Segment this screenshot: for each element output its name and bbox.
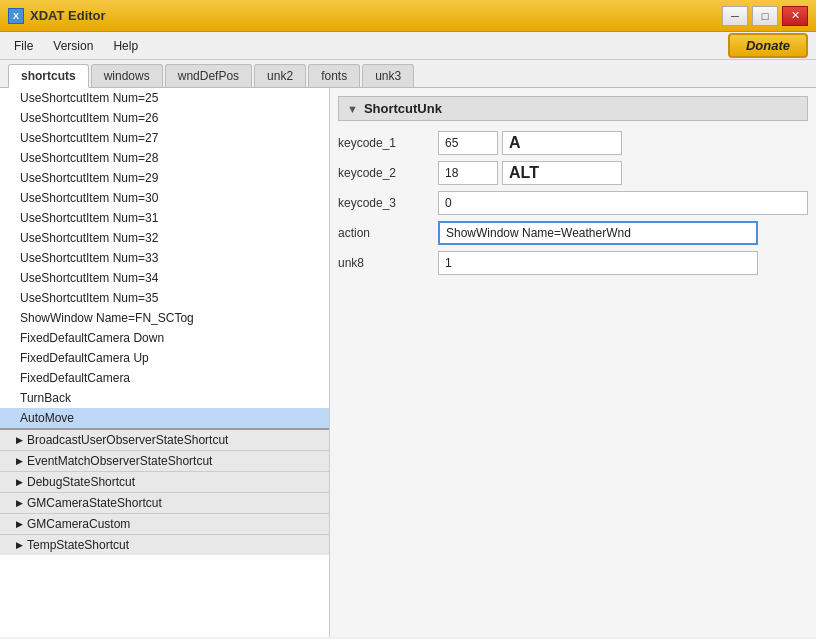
list-item[interactable]: UseShortcutItem Num=31 [0,208,329,228]
menu-version[interactable]: Version [43,35,103,57]
input-unk8[interactable] [438,251,758,275]
form-row-unk8: unk8 [338,251,808,275]
list-item[interactable]: UseShortcutItem Num=29 [0,168,329,188]
restore-button[interactable]: □ [752,6,778,26]
list-item[interactable]: FixedDefaultCamera Up [0,348,329,368]
input-keycode2-key[interactable] [502,161,622,185]
triangle-icon: ▶ [16,519,23,529]
group-label: DebugStateShortcut [27,475,135,489]
triangle-icon: ▶ [16,540,23,550]
list-item[interactable]: AutoMove [0,408,329,428]
main-content: UseShortcutItem Num=25UseShortcutItem Nu… [0,88,816,637]
section-arrow-icon: ▼ [347,103,358,115]
fields-unk8 [438,251,808,275]
close-button[interactable]: ✕ [782,6,808,26]
label-keycode3: keycode_3 [338,196,438,210]
list-group[interactable]: ▶BroadcastUserObserverStateShortcut [0,428,329,450]
fields-action [438,221,808,245]
group-label: BroadcastUserObserverStateShortcut [27,433,228,447]
list-item[interactable]: UseShortcutItem Num=30 [0,188,329,208]
list-group[interactable]: ▶TempStateShortcut [0,534,329,555]
list-item[interactable]: UseShortcutItem Num=33 [0,248,329,268]
list-item[interactable]: FixedDefaultCamera [0,368,329,388]
list-item[interactable]: FixedDefaultCamera Down [0,328,329,348]
list-item[interactable]: UseShortcutItem Num=34 [0,268,329,288]
label-action: action [338,226,438,240]
triangle-icon: ▶ [16,477,23,487]
list-item[interactable]: ShowWindow Name=FN_SCTog [0,308,329,328]
tab-wnddefpos[interactable]: wndDefPos [165,64,252,87]
list-item[interactable]: UseShortcutItem Num=27 [0,128,329,148]
fields-keycode3 [438,191,808,215]
input-action[interactable] [438,221,758,245]
right-panel: ▼ ShortcutUnk keycode_1 keycode_2 keycod… [330,88,816,637]
tabs-bar: shortcuts windows wndDefPos unk2 fonts u… [0,60,816,88]
list-item[interactable]: UseShortcutItem Num=25 [0,88,329,108]
input-keycode3[interactable] [438,191,808,215]
input-keycode2-num[interactable] [438,161,498,185]
menu-file[interactable]: File [4,35,43,57]
donate-button[interactable]: Donate [728,33,808,58]
tab-unk2[interactable]: unk2 [254,64,306,87]
triangle-icon: ▶ [16,456,23,466]
section-title: ShortcutUnk [364,101,442,116]
list-item[interactable]: UseShortcutItem Num=28 [0,148,329,168]
form-row-keycode1: keycode_1 [338,131,808,155]
input-keycode1-key[interactable] [502,131,622,155]
triangle-icon: ▶ [16,435,23,445]
form-row-keycode3: keycode_3 [338,191,808,215]
menu-help[interactable]: Help [103,35,148,57]
list-item[interactable]: UseShortcutItem Num=32 [0,228,329,248]
list-group[interactable]: ▶GMCameraStateShortcut [0,492,329,513]
section-header: ▼ ShortcutUnk [338,96,808,121]
input-keycode1-num[interactable] [438,131,498,155]
menu-bar: File Version Help Donate [0,32,816,60]
window-title: XDAT Editor [30,8,106,23]
list-item[interactable]: UseShortcutItem Num=26 [0,108,329,128]
menu-items: File Version Help [4,35,148,57]
label-unk8: unk8 [338,256,438,270]
group-label: GMCameraCustom [27,517,130,531]
list-group[interactable]: ▶DebugStateShortcut [0,471,329,492]
fields-keycode1 [438,131,808,155]
fields-keycode2 [438,161,808,185]
title-bar-left: X XDAT Editor [8,8,106,24]
title-bar: X XDAT Editor ─ □ ✕ [0,0,816,32]
group-label: TempStateShortcut [27,538,129,552]
group-label: GMCameraStateShortcut [27,496,162,510]
label-keycode2: keycode_2 [338,166,438,180]
tab-fonts[interactable]: fonts [308,64,360,87]
list-group[interactable]: ▶EventMatchObserverStateShortcut [0,450,329,471]
tab-unk3[interactable]: unk3 [362,64,414,87]
tab-shortcuts[interactable]: shortcuts [8,64,89,88]
left-panel: UseShortcutItem Num=25UseShortcutItem Nu… [0,88,330,637]
minimize-button[interactable]: ─ [722,6,748,26]
triangle-icon: ▶ [16,498,23,508]
form-row-action: action [338,221,808,245]
list-item[interactable]: UseShortcutItem Num=35 [0,288,329,308]
list-item[interactable]: TurnBack [0,388,329,408]
group-label: EventMatchObserverStateShortcut [27,454,212,468]
label-keycode1: keycode_1 [338,136,438,150]
list-items-container: UseShortcutItem Num=25UseShortcutItem Nu… [0,88,329,428]
list-groups-container: ▶BroadcastUserObserverStateShortcut▶Even… [0,428,329,555]
title-bar-controls: ─ □ ✕ [722,6,808,26]
window-icon: X [8,8,24,24]
tab-windows[interactable]: windows [91,64,163,87]
form-row-keycode2: keycode_2 [338,161,808,185]
list-group[interactable]: ▶GMCameraCustom [0,513,329,534]
